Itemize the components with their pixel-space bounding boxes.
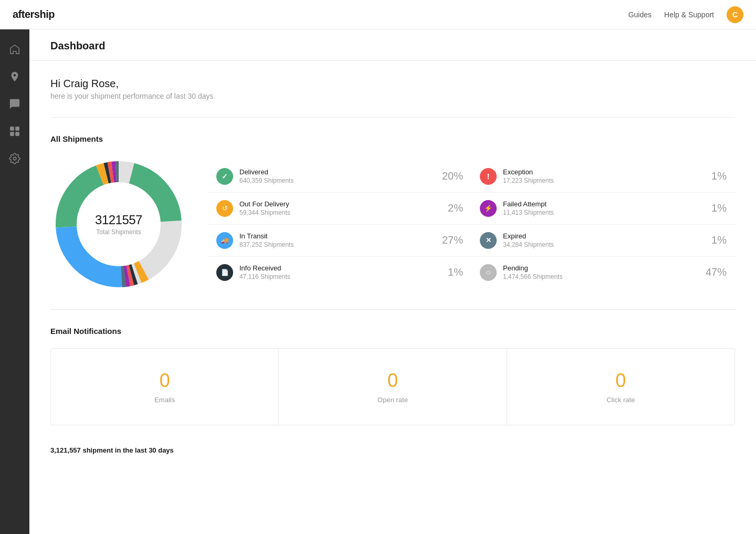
legend-exception-pct: 1% xyxy=(711,170,727,182)
legend-exception: ! Exception 17,223 Shipments 1% xyxy=(471,161,735,193)
donut-chart: 3121557 Total Shipments xyxy=(50,156,187,292)
legend-pending-info: Pending 1,474,566 Shipments xyxy=(503,264,699,280)
svg-rect-0 xyxy=(10,127,14,130)
legend-fa-info: Failed Attempt 11,413 Shipments xyxy=(503,200,705,216)
emails-card: 0 Emails xyxy=(51,349,279,425)
open-rate-card: 0 Open rate xyxy=(279,349,507,425)
location-icon[interactable] xyxy=(3,65,26,88)
divider-1 xyxy=(50,117,735,118)
legend-delivered-name: Delivered xyxy=(239,168,436,176)
open-rate-label: Open rate xyxy=(377,396,408,404)
expired-icon: ✕ xyxy=(480,232,497,249)
grid-icon[interactable] xyxy=(3,120,26,143)
main-content: Dashboard Hi Craig Rose, here is your sh… xyxy=(29,29,756,534)
legend-ir-pct: 1% xyxy=(448,266,463,278)
legend-it-count: 837,252 Shipments xyxy=(239,241,436,248)
settings-icon[interactable] xyxy=(3,147,26,170)
legend-exception-count: 17,223 Shipments xyxy=(503,177,705,184)
legend-exception-name: Exception xyxy=(503,168,705,176)
click-rate-card: 0 Click rate xyxy=(507,349,734,425)
svg-rect-3 xyxy=(16,132,19,135)
legend-it-name: In Transit xyxy=(239,232,436,240)
info-received-icon: 📄 xyxy=(216,264,233,281)
legend-in-transit: 🚚 In Transit 837,252 Shipments 27% xyxy=(208,225,471,257)
main-wrapper: Dashboard Hi Craig Rose, here is your sh… xyxy=(0,29,756,534)
shipments-container: 3121557 Total Shipments ✓ Delivered xyxy=(50,156,735,292)
svg-rect-1 xyxy=(16,127,19,130)
donut-center: 3121557 Total Shipments xyxy=(95,213,142,236)
exception-icon: ! xyxy=(480,168,497,185)
legend-pending-pct: 47% xyxy=(706,266,727,278)
user-avatar[interactable]: C xyxy=(727,6,743,23)
legend-expired: ✕ Expired 34,284 Shipments 1% xyxy=(471,225,735,257)
legend-ofd-pct: 2% xyxy=(448,202,463,214)
legend-failed-attempt: ⚡ Failed Attempt 11,413 Shipments 1% xyxy=(471,193,735,225)
legend-fa-count: 11,413 Shipments xyxy=(503,209,705,216)
click-rate-value: 0 xyxy=(615,370,626,392)
legend-pending: ○ Pending 1,474,566 Shipments 47% xyxy=(471,257,735,288)
legend-fa-name: Failed Attempt xyxy=(503,200,705,208)
divider-2 xyxy=(50,309,735,310)
click-rate-label: Click rate xyxy=(606,396,635,404)
legend-fa-pct: 1% xyxy=(711,202,727,214)
legend-expired-count: 34,284 Shipments xyxy=(503,241,705,248)
legend-ir-count: 47,116 Shipments xyxy=(239,273,442,280)
legend-ir-name: Info Received xyxy=(239,264,442,272)
legend-it-pct: 27% xyxy=(442,234,463,246)
svg-rect-2 xyxy=(10,132,14,135)
out-for-delivery-icon: ↺ xyxy=(216,200,233,217)
emails-label: Emails xyxy=(154,396,175,404)
legend-exception-info: Exception 17,223 Shipments xyxy=(503,168,705,184)
page-title: Dashboard xyxy=(50,40,735,52)
legend-ofd-name: Out For Delivery xyxy=(239,200,442,208)
in-transit-icon: 🚚 xyxy=(216,232,233,249)
greeting-sub: here is your shipment performance of las… xyxy=(50,92,735,100)
shipments-section: All Shipments xyxy=(50,134,735,292)
legend-expired-name: Expired xyxy=(503,232,705,240)
greeting: Hi Craig Rose, here is your shipment per… xyxy=(50,78,735,100)
shipments-legend: ✓ Delivered 640,359 Shipments 20% ! xyxy=(208,161,735,288)
legend-pending-count: 1,474,566 Shipments xyxy=(503,273,699,280)
delivered-icon: ✓ xyxy=(216,168,233,185)
failed-attempt-icon: ⚡ xyxy=(480,200,497,217)
donut-label: Total Shipments xyxy=(95,228,142,236)
legend-delivered: ✓ Delivered 640,359 Shipments 20% xyxy=(208,161,471,193)
donut-total: 3121557 xyxy=(95,213,142,227)
footer-note: 3,121,557 shipment in the last 30 days xyxy=(50,446,735,454)
page-header: Dashboard xyxy=(29,29,756,61)
top-navigation: aftership Guides Help & Support C xyxy=(0,0,756,29)
chat-icon[interactable] xyxy=(3,92,26,116)
legend-delivered-info: Delivered 640,359 Shipments xyxy=(239,168,436,184)
email-title: Email Notifications xyxy=(50,327,735,336)
email-notifications-section: Email Notifications 0 Emails 0 Open rate… xyxy=(50,327,735,425)
home-icon[interactable] xyxy=(3,38,26,61)
sidebar xyxy=(0,29,29,534)
shipments-title: All Shipments xyxy=(50,134,735,143)
greeting-name: Hi Craig Rose, xyxy=(50,78,735,90)
guides-link[interactable]: Guides xyxy=(628,11,652,19)
legend-ofd-info: Out For Delivery 59,344 Shipments xyxy=(239,200,442,216)
legend-delivered-pct: 20% xyxy=(442,170,463,182)
open-rate-value: 0 xyxy=(387,370,398,392)
pending-icon: ○ xyxy=(480,264,497,281)
help-support-link[interactable]: Help & Support xyxy=(664,11,714,19)
legend-ir-info: Info Received 47,116 Shipments xyxy=(239,264,442,280)
page-body: Hi Craig Rose, here is your shipment per… xyxy=(29,61,756,471)
legend-info-received: 📄 Info Received 47,116 Shipments 1% xyxy=(208,257,471,288)
emails-value: 0 xyxy=(160,370,170,392)
legend-out-for-delivery: ↺ Out For Delivery 59,344 Shipments 2% xyxy=(208,193,471,225)
legend-ofd-count: 59,344 Shipments xyxy=(239,209,442,216)
app-logo: aftership xyxy=(13,8,55,20)
legend-expired-pct: 1% xyxy=(711,234,727,246)
legend-it-info: In Transit 837,252 Shipments xyxy=(239,232,436,248)
legend-delivered-count: 640,359 Shipments xyxy=(239,177,436,184)
top-nav-right: Guides Help & Support C xyxy=(628,6,743,23)
legend-expired-info: Expired 34,284 Shipments xyxy=(503,232,705,248)
legend-pending-name: Pending xyxy=(503,264,699,272)
email-cards: 0 Emails 0 Open rate 0 Click rate xyxy=(50,348,735,425)
